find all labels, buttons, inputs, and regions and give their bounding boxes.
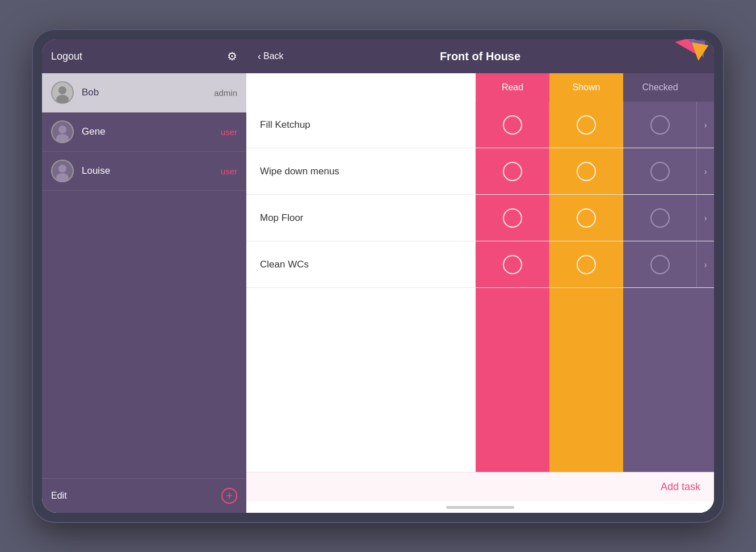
- tablet-screen: Logout ⚙ ‹ Back Front of House: [42, 39, 714, 513]
- back-label: Back: [263, 51, 284, 61]
- column-shown-header: Shown: [549, 73, 623, 102]
- gear-icon[interactable]: ⚙: [227, 49, 237, 63]
- sidebar-footer: Edit +: [42, 478, 246, 513]
- tablet-frame: Logout ⚙ ‹ Back Front of House: [32, 29, 724, 523]
- empty-read: [476, 288, 549, 472]
- radio-shown-wipe-menus[interactable]: [577, 162, 596, 181]
- task-checked-mop-floor[interactable]: [623, 195, 697, 241]
- home-indicator: [246, 501, 714, 513]
- task-shown-wipe-menus[interactable]: [549, 148, 623, 194]
- task-arrow-mop-floor[interactable]: ›: [697, 195, 714, 241]
- radio-read-clean-wcs[interactable]: [503, 255, 522, 274]
- logo-area: [671, 39, 714, 73]
- task-row-mop-floor[interactable]: Mop Floor ›: [246, 195, 714, 241]
- radio-shown-mop-floor[interactable]: [577, 208, 596, 228]
- main-header: ‹ Back Front of House: [246, 39, 714, 73]
- user-role-gene: user: [221, 127, 237, 137]
- user-name-bob: Bob: [82, 87, 214, 98]
- user-name-louise: Louise: [82, 165, 221, 177]
- column-read-header: Read: [476, 73, 549, 102]
- task-row-wipe-menus[interactable]: Wipe down menus ›: [246, 148, 714, 195]
- radio-shown-fill-ketchup[interactable]: [577, 115, 596, 135]
- avatar-gene: [51, 120, 74, 143]
- task-name-fill-ketchup: Fill Ketchup: [246, 102, 476, 148]
- empty-rows: [246, 288, 714, 472]
- column-checked-header: Checked: [623, 73, 697, 102]
- task-rows: Fill Ketchup › Wipe down menus: [246, 102, 714, 472]
- avatar-louise: [51, 160, 74, 182]
- task-name-clean-wcs: Clean WCs: [246, 241, 476, 287]
- home-bar: [446, 506, 514, 509]
- radio-checked-mop-floor[interactable]: [650, 208, 670, 228]
- task-arrow-fill-ketchup[interactable]: ›: [697, 102, 714, 148]
- radio-read-fill-ketchup[interactable]: [503, 115, 522, 135]
- empty-checked: [623, 288, 697, 472]
- task-read-mop-floor[interactable]: [476, 195, 549, 241]
- radio-checked-wipe-menus[interactable]: [650, 162, 670, 181]
- task-name-mop-floor: Mop Floor: [246, 195, 476, 241]
- main-footer: Add task: [246, 472, 714, 501]
- user-item-bob[interactable]: Bob admin: [42, 73, 246, 112]
- radio-checked-fill-ketchup[interactable]: [650, 115, 670, 135]
- task-column-headers: Read Shown Checked: [246, 73, 714, 102]
- edit-button[interactable]: Edit: [51, 491, 67, 501]
- back-chevron-icon: ‹: [258, 51, 261, 62]
- add-user-button[interactable]: +: [221, 488, 237, 504]
- task-read-fill-ketchup[interactable]: [476, 102, 549, 148]
- radio-shown-clean-wcs[interactable]: [577, 255, 596, 274]
- svg-point-4: [58, 86, 66, 94]
- empty-white: [246, 288, 476, 472]
- empty-shown: [549, 288, 623, 472]
- radio-read-mop-floor[interactable]: [503, 208, 522, 228]
- user-item-louise[interactable]: Louise user: [42, 152, 246, 191]
- user-role-bob: admin: [214, 88, 237, 98]
- task-row-fill-ketchup[interactable]: Fill Ketchup ›: [246, 102, 714, 148]
- page-title: Front of House: [440, 50, 520, 63]
- column-arrow-header: [697, 73, 714, 102]
- sidebar: Bob admin Gene user: [42, 73, 246, 513]
- avatar-bob: [51, 81, 74, 104]
- add-task-button[interactable]: Add task: [661, 481, 700, 493]
- task-shown-clean-wcs[interactable]: [549, 241, 623, 287]
- task-row-clean-wcs[interactable]: Clean WCs ›: [246, 241, 714, 288]
- task-name-wipe-menus: Wipe down menus: [246, 148, 476, 194]
- empty-arrow: [697, 288, 714, 472]
- user-name-gene: Gene: [82, 126, 221, 137]
- task-read-wipe-menus[interactable]: [476, 148, 549, 194]
- task-arrow-wipe-menus[interactable]: ›: [697, 148, 714, 194]
- svg-point-7: [58, 126, 66, 133]
- user-list: Bob admin Gene user: [42, 73, 246, 478]
- radio-checked-clean-wcs[interactable]: [650, 255, 670, 274]
- task-checked-fill-ketchup[interactable]: [623, 102, 697, 148]
- task-read-clean-wcs[interactable]: [476, 241, 549, 287]
- user-item-gene[interactable]: Gene user: [42, 112, 246, 152]
- back-button[interactable]: ‹ Back: [258, 51, 284, 62]
- logout-button[interactable]: Logout: [51, 51, 82, 62]
- task-shown-mop-floor[interactable]: [549, 195, 623, 241]
- sidebar-header: Logout ⚙: [42, 39, 246, 73]
- task-arrow-clean-wcs[interactable]: ›: [697, 241, 714, 287]
- content-area: Bob admin Gene user: [42, 73, 714, 513]
- task-checked-wipe-menus[interactable]: [623, 148, 697, 194]
- radio-read-wipe-menus[interactable]: [503, 162, 522, 181]
- svg-point-10: [58, 165, 66, 173]
- task-shown-fill-ketchup[interactable]: [549, 102, 623, 148]
- user-role-louise: user: [221, 166, 237, 176]
- main-content: Read Shown Checked Fill Ketchup: [246, 73, 714, 513]
- task-name-header: [246, 73, 476, 102]
- header-bar: Logout ⚙ ‹ Back Front of House: [42, 39, 714, 73]
- task-checked-clean-wcs[interactable]: [623, 241, 697, 287]
